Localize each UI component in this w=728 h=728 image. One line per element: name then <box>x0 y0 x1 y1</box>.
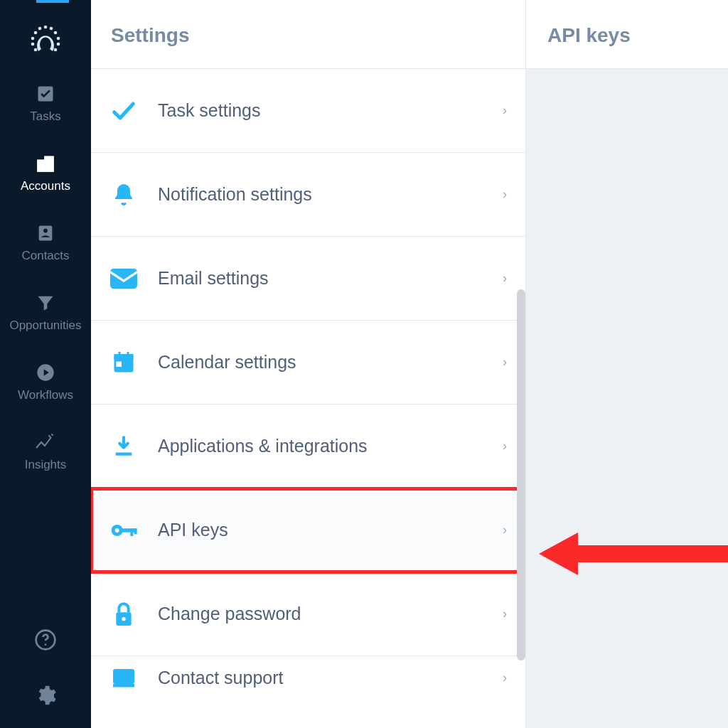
sidebar-item-insights[interactable]: Insights <box>0 431 91 472</box>
svg-rect-37 <box>130 528 133 536</box>
settings-row-applications[interactable]: Applications & integrations › <box>91 405 525 488</box>
app-root: Tasks Accounts Contacts Opportunities <box>0 0 728 728</box>
settings-row-calendar[interactable]: Calendar settings › <box>91 321 525 405</box>
svg-rect-21 <box>50 166 52 168</box>
sidebar-item-accounts[interactable]: Accounts <box>0 152 91 193</box>
settings-row-label: API keys <box>158 520 503 540</box>
svg-point-6 <box>57 37 60 41</box>
settings-row-contact-support[interactable]: Contact support › <box>91 656 525 699</box>
sidebar-item-contacts[interactable]: Contacts <box>0 222 91 263</box>
sidebar-item-label: Insights <box>25 458 67 472</box>
settings-title: Settings <box>91 0 525 69</box>
chevron-right-icon: › <box>503 187 507 202</box>
chevron-right-icon: › <box>503 606 507 621</box>
settings-row-change-password[interactable]: Change password › <box>91 572 525 656</box>
chevron-right-icon: › <box>503 523 507 537</box>
support-icon <box>108 662 139 693</box>
svg-rect-30 <box>117 361 122 367</box>
key-icon <box>108 515 139 546</box>
detail-panel: API keys <box>526 0 728 728</box>
svg-point-10 <box>54 48 58 52</box>
settings-row-label: Notification settings <box>158 184 503 205</box>
svg-point-35 <box>115 528 119 532</box>
sidebar-item-label: Accounts <box>21 179 70 193</box>
sidebar-item-tasks[interactable]: Tasks <box>0 82 91 124</box>
svg-rect-20 <box>46 166 48 168</box>
svg-rect-29 <box>114 354 134 360</box>
svg-point-26 <box>45 643 47 646</box>
svg-point-40 <box>122 617 125 621</box>
svg-rect-27 <box>110 268 137 289</box>
chevron-right-icon: › <box>503 355 507 370</box>
svg-point-9 <box>34 48 38 52</box>
buildings-icon <box>34 152 57 175</box>
settings-row-label: Calendar settings <box>158 352 503 373</box>
sidebar-item-label: Opportunities <box>9 318 81 333</box>
svg-rect-14 <box>39 162 41 164</box>
settings-list: Task settings › Notification settings › … <box>91 69 525 728</box>
sidebar-item-label: Workflows <box>18 388 73 402</box>
svg-point-1 <box>38 27 42 31</box>
svg-point-0 <box>44 26 48 29</box>
settings-row-api-keys[interactable]: API keys › <box>91 488 525 572</box>
svg-rect-15 <box>39 166 41 168</box>
help-circle-icon[interactable] <box>34 628 57 654</box>
brand-logo-icon[interactable] <box>26 20 65 63</box>
svg-rect-17 <box>50 159 52 161</box>
sidebar-item-label: Contacts <box>21 249 69 263</box>
svg-point-23 <box>43 229 48 233</box>
settings-row-notifications[interactable]: Notification settings › <box>91 153 525 237</box>
chevron-right-icon: › <box>503 439 507 454</box>
chevron-right-icon: › <box>503 103 507 118</box>
download-icon <box>108 431 139 462</box>
settings-panel: Settings Task settings › Notification se… <box>91 0 526 728</box>
svg-point-3 <box>34 31 38 35</box>
funnel-icon <box>34 291 57 314</box>
svg-rect-42 <box>113 684 134 687</box>
bell-icon <box>108 179 139 210</box>
svg-rect-32 <box>127 352 129 356</box>
svg-rect-41 <box>113 669 134 684</box>
chevron-right-icon: › <box>503 271 507 286</box>
sidebar-item-label: Tasks <box>30 109 60 124</box>
svg-point-4 <box>54 31 58 35</box>
settings-row-label: Email settings <box>158 268 503 289</box>
svg-rect-19 <box>50 163 52 165</box>
svg-rect-31 <box>119 352 121 356</box>
chevron-right-icon: › <box>503 670 507 685</box>
sidebar-item-workflows[interactable]: Workflows <box>0 361 91 402</box>
gear-icon[interactable] <box>34 684 57 710</box>
play-circle-icon <box>34 361 57 384</box>
svg-point-8 <box>57 43 60 46</box>
svg-point-7 <box>31 43 35 46</box>
sidebar: Tasks Accounts Contacts Opportunities <box>0 0 91 728</box>
settings-row-label: Task settings <box>158 100 503 121</box>
calendar-icon <box>108 347 139 378</box>
check-square-icon <box>34 82 57 105</box>
svg-rect-16 <box>46 159 48 161</box>
contact-card-icon <box>34 222 57 245</box>
sparkle-trend-icon <box>34 431 57 454</box>
settings-row-task[interactable]: Task settings › <box>91 69 525 153</box>
svg-rect-38 <box>134 528 137 534</box>
check-icon <box>108 95 139 127</box>
settings-row-label: Applications & integrations <box>158 436 503 456</box>
mail-icon <box>108 263 139 294</box>
settings-row-label: Contact support <box>158 668 503 688</box>
svg-point-2 <box>50 27 53 31</box>
svg-rect-18 <box>46 163 48 165</box>
svg-rect-33 <box>116 452 132 455</box>
svg-rect-22 <box>39 226 53 241</box>
sidebar-accent <box>36 0 69 3</box>
lock-icon <box>108 599 139 630</box>
settings-row-email[interactable]: Email settings › <box>91 237 525 321</box>
scrollbar[interactable] <box>517 289 525 660</box>
settings-row-label: Change password <box>158 604 503 624</box>
sidebar-bottom <box>34 628 57 728</box>
detail-title: API keys <box>526 0 728 69</box>
svg-point-5 <box>31 37 35 41</box>
svg-rect-36 <box>122 528 136 532</box>
sidebar-item-opportunities[interactable]: Opportunities <box>0 291 91 333</box>
